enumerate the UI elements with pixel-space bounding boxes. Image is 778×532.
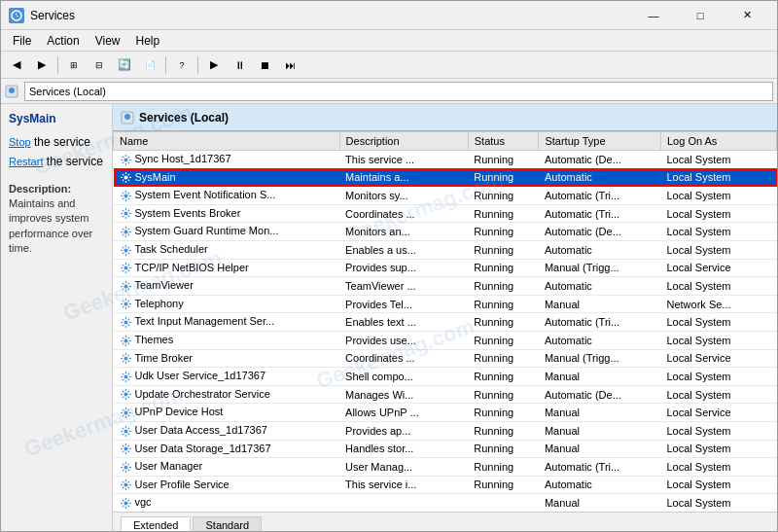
- table-cell: Running: [468, 421, 539, 440]
- refresh-button[interactable]: 🔄: [113, 54, 136, 76]
- table-row[interactable]: User Data Access_1d17367Provides ap...Ru…: [114, 421, 777, 440]
- table-row[interactable]: TeamViewerTeamViewer ...RunningAutomatic…: [114, 277, 777, 296]
- table-row[interactable]: Time BrokerCoordinates ...RunningManual …: [114, 349, 777, 368]
- table-cell: Automatic: [539, 476, 661, 494]
- table-row[interactable]: Text Input Management Ser...Enables text…: [114, 313, 777, 332]
- address-input[interactable]: [24, 82, 773, 101]
- menu-file[interactable]: File: [5, 32, 39, 50]
- table-row[interactable]: SysMainMaintains a...RunningAutomaticLoc…: [114, 168, 777, 187]
- restart-link[interactable]: Restart: [9, 156, 43, 167]
- stop-button[interactable]: ⏸: [228, 54, 251, 76]
- close-button[interactable]: ✕: [725, 1, 769, 30]
- table-row[interactable]: User Profile ServiceThis service i...Run…: [114, 476, 777, 494]
- table-cell: Coordinates ...: [339, 349, 468, 368]
- table-cell: Time Broker: [114, 349, 340, 368]
- col-header-logon[interactable]: Log On As: [661, 132, 777, 151]
- table-cell: Local System: [661, 240, 777, 259]
- table-row[interactable]: vgcManualLocal System: [114, 494, 777, 512]
- resume-button[interactable]: ⏭: [278, 54, 301, 76]
- table-cell: Running: [468, 458, 539, 477]
- left-panel: SysMain Stop the service Restart the ser…: [1, 104, 113, 532]
- col-header-desc[interactable]: Description: [339, 132, 468, 151]
- toolbar-separator-3: [197, 56, 198, 74]
- window-container: Services — □ ✕ File Action View Help ◀ ▶…: [0, 0, 778, 532]
- window-title: Services: [30, 9, 75, 22]
- table-cell: Running: [468, 349, 539, 368]
- svg-point-8: [124, 212, 127, 216]
- panel-description: Description: Maintains and improves syst…: [9, 182, 104, 257]
- table-cell: Update Orchestrator Service: [114, 385, 340, 404]
- services-table: Name Description Status Startup Type Log…: [113, 131, 777, 512]
- table-cell: Local System: [661, 277, 777, 296]
- table-cell: Maintains a...: [339, 168, 468, 187]
- table-row[interactable]: Update Orchestrator ServiceManages Wi...…: [114, 385, 777, 404]
- table-cell: Provides sup...: [339, 259, 468, 277]
- play-button[interactable]: ▶: [202, 54, 226, 76]
- tab-standard[interactable]: Standard: [193, 516, 262, 532]
- table-row[interactable]: User Data Storage_1d17367Handles stor...…: [114, 440, 777, 458]
- maximize-button[interactable]: □: [678, 1, 723, 30]
- address-bar: [1, 79, 777, 104]
- help-button[interactable]: ?: [170, 54, 194, 76]
- table-row[interactable]: TCP/IP NetBIOS HelperProvides sup...Runn…: [114, 259, 777, 277]
- table-cell: Local System: [661, 187, 777, 205]
- table-cell: User Profile Service: [114, 476, 340, 494]
- col-header-startup[interactable]: Startup Type: [539, 132, 661, 151]
- table-row[interactable]: ThemesProvides use...RunningAutomaticLoc…: [114, 331, 777, 349]
- title-bar-controls[interactable]: — □ ✕: [631, 1, 769, 30]
- col-header-status[interactable]: Status: [468, 132, 539, 151]
- table-row[interactable]: UPnP Device HostAllows UPnP ...RunningMa…: [114, 404, 777, 422]
- table-cell: Local System: [661, 458, 777, 477]
- show-hide-button[interactable]: ⊞: [62, 54, 86, 76]
- restart-action-line: Restart the service: [9, 153, 104, 172]
- panel-actions: Stop the service Restart the service: [9, 133, 104, 172]
- toolbar-separator-2: [165, 56, 166, 74]
- stop-link[interactable]: Stop: [9, 136, 31, 148]
- svg-point-12: [124, 284, 127, 288]
- table-row[interactable]: TelephonyProvides Tel...RunningManualNet…: [114, 295, 777, 313]
- pause-button[interactable]: ⏹: [253, 54, 276, 76]
- table-cell: Provides use...: [339, 331, 468, 349]
- table-row[interactable]: System Event Notification S...Monitors s…: [114, 187, 777, 205]
- back-button[interactable]: ◀: [5, 54, 28, 76]
- table-cell: Local System: [661, 494, 777, 512]
- table-row[interactable]: User ManagerUser Manag...RunningAutomati…: [114, 458, 777, 477]
- table-cell: Local System: [661, 440, 777, 458]
- export-button[interactable]: 📄: [138, 54, 161, 76]
- table-row[interactable]: System Guard Runtime Mon...Monitors an..…: [114, 223, 777, 241]
- table-cell: Running: [468, 168, 539, 187]
- svg-point-13: [124, 302, 127, 306]
- table-cell: Manual: [539, 440, 661, 458]
- table-cell: Running: [468, 223, 539, 241]
- menu-action[interactable]: Action: [39, 32, 87, 50]
- tab-extended[interactable]: Extended: [121, 516, 191, 532]
- table-cell: User Data Storage_1d17367: [114, 440, 340, 458]
- table-row[interactable]: Udk User Service_1d17367Shell compo...Ru…: [114, 368, 777, 386]
- table-cell: Monitors an...: [339, 223, 468, 241]
- address-label: [5, 84, 20, 97]
- table-cell: Running: [468, 331, 539, 349]
- table-cell: [468, 494, 539, 512]
- view-button[interactable]: ⊟: [88, 54, 111, 76]
- menu-help[interactable]: Help: [128, 32, 168, 50]
- table-row[interactable]: Sync Host_1d17367This service ...Running…: [114, 151, 777, 169]
- services-panel-label: Services (Local): [139, 111, 229, 124]
- minimize-button[interactable]: —: [631, 1, 676, 30]
- table-cell: Provides ap...: [339, 421, 468, 440]
- services-header: Services (Local): [113, 104, 777, 131]
- table-cell: System Event Notification S...: [114, 187, 340, 205]
- col-header-name[interactable]: Name: [114, 132, 340, 151]
- table-cell: Local Service: [661, 349, 777, 368]
- table-cell: TeamViewer: [114, 277, 340, 296]
- table-cell: Local System: [661, 421, 777, 440]
- forward-button[interactable]: ▶: [30, 54, 53, 76]
- main-area: SysMain Stop the service Restart the ser…: [1, 104, 777, 532]
- table-row[interactable]: Task SchedulerEnables a us...RunningAuto…: [114, 240, 777, 259]
- table-cell: Task Scheduler: [114, 240, 340, 259]
- table-row[interactable]: System Events BrokerCoordinates ...Runni…: [114, 204, 777, 223]
- menu-view[interactable]: View: [88, 32, 128, 50]
- table-cell: User Manag...: [339, 458, 468, 477]
- table-cell: Automatic: [539, 277, 661, 296]
- services-table-container[interactable]: Name Description Status Startup Type Log…: [113, 131, 777, 512]
- table-cell: Manual: [539, 494, 661, 512]
